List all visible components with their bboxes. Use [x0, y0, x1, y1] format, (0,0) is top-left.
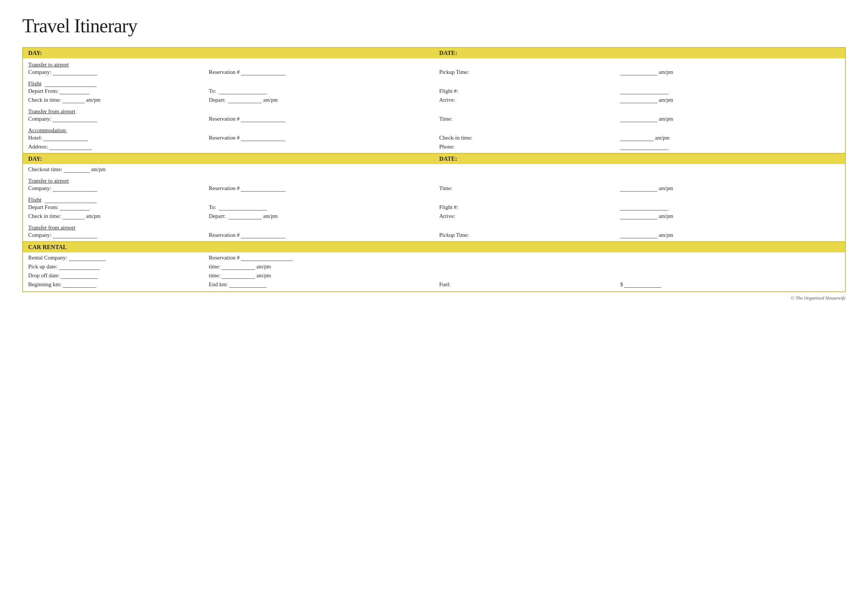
pickup-time-field-2[interactable]: [620, 232, 657, 238]
reservation-field-1[interactable]: [241, 69, 285, 75]
address-field[interactable]: [50, 144, 92, 150]
address-label: Address:: [28, 144, 48, 150]
flight-name-field-2[interactable]: [45, 197, 96, 203]
depart-field-1[interactable]: [228, 97, 262, 103]
flight-num-label-2: Flight #:: [439, 204, 458, 210]
depart-label-1: Depart:: [209, 97, 226, 103]
pickup-time-field-car[interactable]: [222, 264, 255, 270]
depart-from-field-1[interactable]: [60, 88, 90, 94]
company-field-1[interactable]: [53, 69, 97, 75]
company-field-3[interactable]: [53, 185, 97, 192]
car-rental-label: CAR RENTAL: [28, 244, 67, 250]
accommodation-label: Accommodation:: [28, 127, 67, 133]
phone-field[interactable]: [620, 144, 668, 150]
checkout-field[interactable]: [64, 166, 90, 173]
pickup-time-ampm-car: am/pm: [256, 264, 271, 270]
checkin-label-1: Check in time:: [28, 97, 61, 103]
transfer-to-airport-label-row: Transfer to airport: [23, 58, 845, 68]
transfer-from-airport-row-1: Company: Reservation # Time: am/pm: [23, 115, 845, 124]
transfer-from-airport-label-row-2: Transfer from airport: [23, 221, 845, 231]
dropoff-time-field-car[interactable]: [222, 273, 255, 279]
flight-name-field-1[interactable]: [45, 81, 96, 87]
checkin-ampm-1: am/pm: [86, 97, 101, 103]
transfer-from-airport-label-row-1: Transfer from airport: [23, 105, 845, 115]
checkin-field-2[interactable]: [62, 213, 85, 219]
arrive-label-2: Arrive:: [439, 213, 455, 219]
rental-company-field[interactable]: [69, 255, 106, 261]
company-label-3: Company:: [28, 185, 51, 191]
flight-row2-1: Check in time: am/pm Depart: am/pm Arriv…: [23, 96, 845, 105]
reservation-label-6: Reservation #: [209, 255, 240, 260]
reservation-field-5[interactable]: [241, 232, 285, 238]
km-row: Beginning km: End km: Fuel: $: [23, 281, 845, 292]
arrive-field-2[interactable]: [620, 213, 657, 219]
itinerary-table: DAY: DATE: Transfer to airport Company: …: [22, 47, 846, 292]
car-rental-header: CAR RENTAL: [23, 242, 845, 253]
transfer-to-airport-label-row-2: Transfer to airport: [23, 174, 845, 185]
depart-ampm-1: am/pm: [263, 97, 277, 103]
reservation-field-6[interactable]: [241, 255, 293, 261]
reservation-field-4[interactable]: [241, 185, 285, 192]
pickup-time-label-car: time:: [209, 264, 220, 270]
reservation-field-3[interactable]: [241, 135, 285, 141]
fuel-field[interactable]: [624, 281, 661, 288]
checkin-field-1[interactable]: [62, 97, 85, 103]
checkin-ampm-2: am/pm: [86, 214, 101, 219]
accommodation-label-row: Accommodation:: [23, 124, 845, 134]
transfer-from-airport-label-2: Transfer from airport: [28, 225, 75, 231]
dropoff-date-label: Drop off date:: [28, 273, 60, 278]
pickup-date-label: Pick up date:: [28, 264, 57, 270]
flight-row1-1: Depart From: To: Flight #:: [23, 87, 845, 96]
dropoff-time-label-car: time:: [209, 273, 220, 278]
time-field-1[interactable]: [620, 116, 657, 122]
checkin-time-field[interactable]: [620, 135, 654, 141]
accommodation-row1: Hotel: Reservation # Check-in time: am/p…: [23, 134, 845, 143]
checkin-time-label: Check-in time:: [439, 135, 473, 141]
day-label-2: DAY:: [28, 155, 42, 162]
copyright: © The Organised Housewife: [22, 295, 846, 301]
beginning-km-field[interactable]: [63, 281, 96, 288]
date-label-2: DATE:: [439, 155, 457, 162]
reservation-label-4: Reservation #: [209, 185, 240, 191]
pickup-time-label-1: Pickup Time:: [439, 69, 469, 75]
end-km-field[interactable]: [229, 281, 267, 288]
depart-from-label-1: Depart From:: [28, 88, 58, 94]
to-field-1[interactable]: [219, 88, 267, 94]
company-field-4[interactable]: [53, 232, 97, 238]
depart-from-field-2[interactable]: [60, 204, 90, 211]
day-header-2: DAY: DATE:: [23, 154, 845, 164]
to-field-2[interactable]: [219, 204, 267, 211]
day-header-1: DAY: DATE:: [23, 48, 845, 58]
flight-num-field-1[interactable]: [620, 88, 668, 94]
company-label-2: Company:: [28, 116, 51, 122]
depart-from-label-2: Depart From:: [28, 204, 58, 210]
dropoff-date-field[interactable]: [61, 273, 98, 279]
pickup-date-row: Pick up date: time: am/pm: [23, 263, 845, 272]
company-field-2[interactable]: [53, 116, 97, 122]
time-label-2: Time:: [439, 185, 452, 191]
transfer-to-airport-row: Company: Reservation # Pickup Time: am/p…: [23, 68, 845, 77]
pickup-date-field[interactable]: [59, 264, 99, 270]
pickup-time-field-1[interactable]: [620, 69, 657, 75]
arrive-label-1: Arrive:: [439, 97, 455, 103]
dropoff-date-row: Drop off date: time: am/pm: [23, 272, 845, 281]
reservation-field-2[interactable]: [241, 116, 285, 122]
hotel-field[interactable]: [43, 135, 88, 141]
depart-field-2[interactable]: [228, 213, 262, 219]
dollar-sign: $: [620, 281, 623, 287]
checkout-row: Checkout time: am/pm: [23, 164, 845, 174]
arrive-field-1[interactable]: [620, 97, 657, 103]
time-ampm-2: am/pm: [659, 186, 673, 191]
transfer-to-airport-row-2: Company: Reservation # Time: am/pm: [23, 185, 845, 194]
time-ampm-1: am/pm: [659, 116, 673, 122]
checkin-label-2: Check in time:: [28, 213, 61, 219]
pickup-time-label-2: Pickup Time:: [439, 232, 469, 238]
flight-num-label-1: Flight #:: [439, 88, 458, 94]
flight-row2-2: Check in time: am/pm Depart: am/pm Arriv…: [23, 212, 845, 221]
transfer-to-airport-label-2: Transfer to airport: [28, 178, 69, 184]
checkin-time-ampm: am/pm: [655, 135, 670, 141]
checkout-label: Checkout time:: [28, 166, 62, 172]
time-field-2[interactable]: [620, 185, 657, 192]
phone-label: Phone:: [439, 144, 454, 150]
flight-num-field-2[interactable]: [620, 204, 668, 211]
